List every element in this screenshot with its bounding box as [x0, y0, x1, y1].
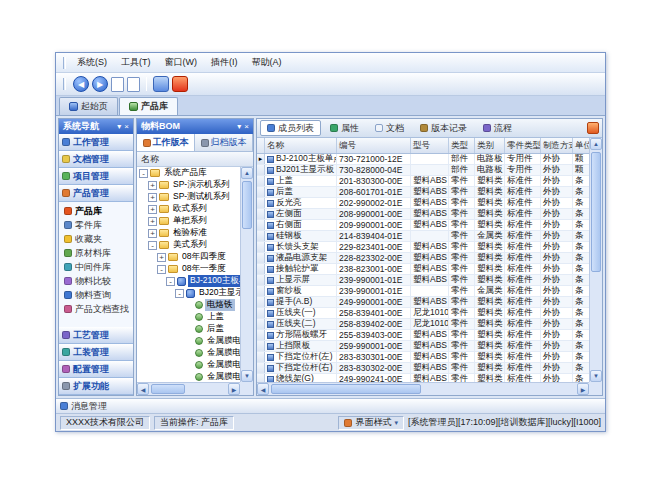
menu-item[interactable]: 帮助(A): [245, 54, 289, 71]
table-row[interactable]: 上挡限板259-990001-00E塑料ABS零件塑料类标准件外协条: [257, 341, 589, 352]
table-row[interactable]: 绕线架(G)249-990241-00E塑料ABS零件塑料类标准件外协条: [257, 374, 589, 382]
row-selector[interactable]: [257, 231, 265, 241]
tree-expander-icon[interactable]: +: [148, 193, 157, 202]
table-row[interactable]: 右侧面209-990001-00E塑料ABS零件塑料类标准件外协条: [257, 220, 589, 231]
row-selector[interactable]: [257, 165, 265, 175]
tree-node[interactable]: +SP-测试机系列: [137, 191, 240, 203]
scroll-down-icon[interactable]: ▼: [590, 370, 602, 382]
tree-node[interactable]: 金属膜电阻器: [137, 371, 240, 382]
row-selector[interactable]: [257, 341, 265, 351]
table-row[interactable]: 反光亮202-990002-01E塑料ABS零件塑料类标准件外协条: [257, 198, 589, 209]
nav-item[interactable]: 产品文档查找: [59, 302, 133, 316]
grid-hscroll-thumb[interactable]: [271, 384, 421, 394]
tree-node[interactable]: -美式系列: [137, 239, 240, 251]
table-row[interactable]: 窗纱板239-990001-01E零件金属类标准件外协条: [257, 286, 589, 297]
row-selector[interactable]: [257, 264, 265, 274]
detail-tab[interactable]: 属性: [323, 120, 366, 136]
column-header[interactable]: 类别: [475, 138, 505, 153]
column-header[interactable]: 类型: [449, 138, 475, 153]
tree-node[interactable]: 金属膜电阻器: [137, 335, 240, 347]
tree-node[interactable]: 金属膜电阻器: [137, 347, 240, 359]
row-selector[interactable]: [257, 374, 265, 382]
table-row[interactable]: 压线夹(一)258-839401-00E尼龙1010零件塑料类标准件外协条: [257, 308, 589, 319]
detail-tab[interactable]: 版本记录: [413, 120, 474, 136]
row-selector[interactable]: [257, 220, 265, 230]
table-row[interactable]: 方形隔板螺牙255-839403-00E塑料ABS零件塑料类标准件外协条: [257, 330, 589, 341]
ui-style-selector[interactable]: 界面样式 ▾: [338, 416, 404, 430]
column-header[interactable]: 编号: [337, 138, 411, 153]
new-doc-icon[interactable]: [111, 77, 124, 92]
scroll-right-icon[interactable]: ▶: [577, 383, 589, 395]
scroll-up-icon[interactable]: ▲: [590, 138, 602, 150]
tree-expander-icon[interactable]: +: [157, 253, 166, 262]
copy-doc-icon[interactable]: [127, 77, 140, 92]
nav-back-icon[interactable]: ◀: [73, 76, 89, 92]
table-row[interactable]: 上盖201-830300-00E塑料ABS零件塑料类标准件外协条: [257, 176, 589, 187]
scroll-right-icon[interactable]: ▶: [228, 383, 240, 395]
menu-item[interactable]: 工具(T): [114, 54, 158, 71]
chevron-down-icon[interactable]: ▾: [237, 122, 241, 131]
nav-item[interactable]: 物料比较: [59, 274, 133, 288]
nav-group[interactable]: 扩展功能: [59, 378, 133, 395]
row-selector[interactable]: [257, 319, 265, 329]
nav-group[interactable]: 工作管理: [59, 134, 133, 151]
nav-group[interactable]: 文档管理: [59, 151, 133, 168]
panel-options-icon[interactable]: [587, 122, 599, 134]
table-row[interactable]: 提手(A.B)249-990001-00E塑料ABS零件塑料类标准件外协条: [257, 297, 589, 308]
row-selector[interactable]: [257, 253, 265, 263]
close-icon[interactable]: ×: [124, 122, 129, 131]
tree-node[interactable]: +08年四季度: [137, 251, 240, 263]
nav-group[interactable]: 工装管理: [59, 344, 133, 361]
menu-item[interactable]: 系统(S): [70, 54, 114, 71]
tree-expander-icon[interactable]: -: [175, 289, 184, 298]
row-selector[interactable]: [257, 330, 265, 340]
row-selector[interactable]: [257, 308, 265, 318]
tree-node[interactable]: 电烙铁: [137, 299, 240, 311]
table-row[interactable]: 下挡定位杆(右)283-830302-00E塑料ABS零件塑料类标准件外协条: [257, 363, 589, 374]
tree-node[interactable]: -08年一季度: [137, 263, 240, 275]
tree-expander-icon[interactable]: -: [157, 265, 166, 274]
nav-item[interactable]: 收藏夹: [59, 232, 133, 246]
table-row[interactable]: 压线夹(二)258-839402-00E尼龙1010零件塑料类标准件外协条: [257, 319, 589, 330]
nav-item[interactable]: 中间件库: [59, 260, 133, 274]
detail-tab[interactable]: 流程: [476, 120, 519, 136]
nav-group[interactable]: 产品管理: [59, 185, 133, 202]
tree-node[interactable]: +单把系列: [137, 215, 240, 227]
nav-group[interactable]: 工艺管理: [59, 327, 133, 344]
tree-node[interactable]: +检验标准: [137, 227, 240, 239]
column-header[interactable]: 单位: [573, 138, 589, 153]
table-row[interactable]: 长馈头支架229-823401-00E塑料ABS零件塑料类标准件外协条: [257, 242, 589, 253]
tree-node[interactable]: 金属膜电阻器: [137, 359, 240, 371]
tree-hscroll-thumb[interactable]: [151, 384, 185, 394]
row-selector[interactable]: [257, 352, 265, 362]
tree-expander-icon[interactable]: +: [148, 181, 157, 190]
scroll-left-icon[interactable]: ◀: [137, 383, 149, 395]
close-icon[interactable]: ×: [244, 122, 249, 131]
table-row[interactable]: BJ201主显示板730-828000-04E部件电路板专用件外协颗: [257, 165, 589, 176]
message-bar[interactable]: 消息管理: [56, 398, 605, 413]
tree-node[interactable]: 后盖: [137, 323, 240, 335]
row-selector[interactable]: [257, 297, 265, 307]
row-selector[interactable]: [257, 176, 265, 186]
nav-group[interactable]: 配置管理: [59, 361, 133, 378]
tree-expander-icon[interactable]: +: [148, 217, 157, 226]
tree-expander-icon[interactable]: -: [166, 277, 175, 286]
nav-forward-icon[interactable]: ▶: [92, 76, 108, 92]
scroll-down-icon[interactable]: ▼: [241, 370, 253, 382]
nav-group[interactable]: 项目管理: [59, 168, 133, 185]
tree-node[interactable]: -系统产品库: [137, 167, 240, 179]
nav-item[interactable]: 零件库: [59, 218, 133, 232]
tree-vscroll-thumb[interactable]: [242, 181, 252, 229]
row-selector[interactable]: ▸: [257, 154, 265, 164]
bom-version-tab[interactable]: 工作版本: [137, 134, 195, 151]
detail-tab[interactable]: 文档: [368, 120, 411, 136]
grid-vscrollbar[interactable]: ▲ ▼: [589, 138, 602, 382]
tree-expander-icon[interactable]: -: [139, 169, 148, 178]
tree-expander-icon[interactable]: +: [148, 205, 157, 214]
tree-expander-icon[interactable]: +: [148, 229, 157, 238]
nav-item[interactable]: 原材料库: [59, 246, 133, 260]
row-selector[interactable]: [257, 187, 265, 197]
tree-expander-icon[interactable]: -: [148, 241, 157, 250]
table-row[interactable]: 接触轮护罩238-823001-00E塑料ABS零件塑料类标准件外协条: [257, 264, 589, 275]
table-row[interactable]: 硅钢板214-839404-01E零件金属类标准件外协条: [257, 231, 589, 242]
